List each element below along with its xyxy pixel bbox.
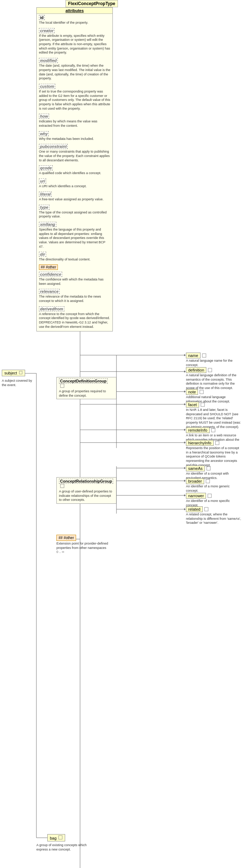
diagram-title: FlexiConceptPropType [66,0,118,7]
attr-creator-desc: If the attribute is empty, specifies whi… [39,34,110,55]
attr-why: why Why the metadata has been included. [37,130,112,143]
element-hierarchyinfo: hierarchyInfo Represents the position of… [186,440,242,467]
subject-desc-text: A subject covered by the event. [2,379,32,387]
definition-desc: A natural language definition of the sem… [186,373,242,390]
svg-rect-52 [59,836,62,839]
attr-id-desc: The local identifier of the property. [39,21,110,25]
bag-box: bag [47,834,65,841]
svg-rect-39 [19,371,22,374]
bottom-any-desc: Extension point for provider-defined pro… [56,542,115,550]
related-label: related [186,506,203,512]
element-narrower: narrower An identifier of a more specifi… [186,493,242,507]
attributes-group: attributes id The local identifier of th… [36,7,113,331]
attr-custom-desc: If set to true the corresponding propert… [39,90,110,111]
attr-derivedfrom-desc: A reference to the concept from which th… [39,312,110,329]
facet-label: facet [186,402,199,408]
svg-rect-42 [202,354,206,357]
attr-id: id The local identifier of the property. [37,14,112,27]
definition-icon [208,368,212,372]
attr-relevance-desc: The relevance of the metadata to the new… [39,295,110,303]
narrower-icon [207,494,212,498]
svg-rect-45 [201,403,205,406]
broader-desc: An identifier of a more generic concept. [186,484,242,493]
attr-pubconstraint-desc: One or many constraints that apply to pu… [39,150,110,162]
svg-marker-27 [184,429,186,431]
attr-relevance-name: relevance [39,289,60,294]
svg-rect-41 [60,484,64,488]
attr-any-other: ## #other [37,264,112,271]
attr-derivedfrom-name: derivedfrom [39,306,64,311]
attr-pubconstraint-name: pubconstraint [39,144,68,149]
narrower-label: narrower [186,493,206,499]
element-name: name A natural language name for the con… [186,353,242,367]
name-icon [202,353,206,358]
attr-custom-name: custom [39,84,55,89]
attributes-header: attributes [37,8,112,14]
attr-how: how Indicates by which means the value w… [37,113,112,130]
broader-label: broader [186,478,204,484]
sameas-label: sameAs [186,466,205,471]
broader-icon [206,479,210,483]
svg-rect-47 [215,441,219,445]
cdg-icon [60,384,64,388]
related-icon [204,507,209,511]
attr-pubconstraint: pubconstraint One or many constraints th… [37,143,112,164]
attr-derivedfrom: derivedfrom A reference to the concept f… [37,305,112,331]
remoteinfo-icon [211,428,215,432]
attr-type-name: type [39,205,49,210]
bottom-any-group: ## #other Extension point for provider-d… [56,535,115,554]
svg-rect-46 [211,428,215,432]
element-facet: facet In NAR 1.8 and later, facet is dep… [186,402,242,429]
element-related: related A related concept, where the rel… [186,506,242,525]
facet-desc: In NAR 1.8 and later, facet is deprecate… [186,408,242,429]
attr-xmllang-desc: Specifies the language of this property … [39,228,110,249]
attr-type-desc: The type of the concept assigned as cont… [39,211,110,219]
concept-relationship-group-box: ConceptRelationshipGroup A group of user… [56,477,116,504]
attr-modified: modified The date (and, optionally, the … [37,57,112,83]
attr-qcode-desc: A qualified code which identifies a conc… [39,171,110,176]
svg-rect-50 [208,494,211,498]
attr-literal: literal A free-text value assigned as pr… [37,191,112,204]
bag-icon [58,835,63,840]
attr-dir: dir The directionality of textual conten… [37,251,112,264]
attr-modified-name: modified [39,58,58,63]
bottom-any-multiplicity: 0 .. ∞ [56,550,115,554]
svg-marker-25 [184,390,186,393]
element-definition: definition A natural language definition… [186,367,242,390]
svg-marker-28 [184,441,186,444]
svg-rect-48 [207,467,210,470]
crg-title: ConceptRelationshipGroup [59,479,113,484]
attr-literal-desc: A free-text value assigned as property v… [39,197,110,202]
attr-qcode-name: qcode [39,165,53,170]
attr-creator-name: creator [39,28,55,33]
attr-uri: uri A URI which identifies a concept. [37,177,112,191]
facet-icon [201,402,205,407]
attr-dir-desc: The directionality of textual content. [39,258,110,262]
attr-modified-desc: The date (and, optionally, the time) whe… [39,64,110,81]
svg-marker-32 [184,508,186,510]
subject-label: subject [4,371,17,375]
bottom-any-label: ## #other [56,535,76,541]
attr-custom: custom If set to true the corresponding … [37,83,112,113]
attr-dir-name: dir [39,252,46,257]
sameas-icon [206,466,211,471]
attr-creator: creator If the attribute is empty, speci… [37,27,112,57]
attr-why-name: why [39,131,49,136]
attr-relevance: relevance The relevance of the metadata … [37,288,112,305]
attr-type: type The type of the concept assigned as… [37,204,112,221]
svg-rect-44 [200,390,203,394]
subject-box: subject [2,370,25,376]
concept-definition-group-box: ConceptDefinitionGroup A group of proper… [56,377,116,399]
svg-marker-24 [184,370,186,373]
hierarchyinfo-label: hierarchyInfo [186,440,214,446]
diagram: 0 .. ∞ 0 .. ∞ FlexiCon [0,0,246,868]
svg-marker-26 [184,403,186,405]
attr-uri-name: uri [39,178,46,184]
bag-desc-text: A group of existing concepts which expre… [36,843,87,851]
note-label: note [186,389,198,395]
attr-confidence-desc: The confidence with which the metadata h… [39,278,110,286]
name-label: name [186,353,201,358]
attr-literal-name: literal [39,192,52,197]
svg-rect-49 [206,479,210,483]
subject-icon [19,371,23,374]
